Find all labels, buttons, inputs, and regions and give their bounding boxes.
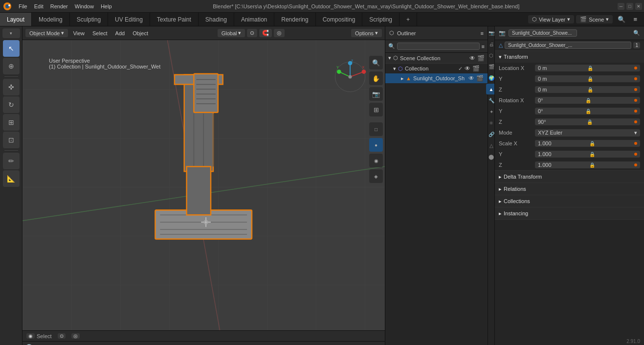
blender-logo[interactable] xyxy=(2,1,13,12)
version-badge: 2.91.0 xyxy=(626,339,640,344)
relations-section: ▸ Relations xyxy=(495,183,644,195)
pan-btn[interactable]: ✋ xyxy=(369,71,383,85)
tab-texture-paint[interactable]: Texture Paint xyxy=(150,13,199,26)
snap-btn[interactable]: 🧲 xyxy=(259,29,272,37)
delta-transform-header[interactable]: ▸ Delta Transform xyxy=(495,171,644,183)
location-y-value[interactable]: 0 m 🔒 xyxy=(535,75,640,82)
outliner-panel: ⬡ Outliner ≡ 🔍 ≡ ▾ ⬡ Scene Collection 👁 … xyxy=(385,26,488,345)
transform-header[interactable]: ▾ Transform xyxy=(495,51,644,63)
mode-label: Mode xyxy=(499,130,533,136)
mmb-key: ⊙ xyxy=(58,333,66,339)
tab-sculpting[interactable]: Sculpting xyxy=(70,13,108,26)
prop-search-icon[interactable]: 🔍 xyxy=(633,30,640,36)
scale-x-value[interactable]: 1.000 🔒 xyxy=(535,140,640,147)
scale-tool[interactable]: ⊞ xyxy=(3,114,20,131)
viewport-view-btn[interactable]: View xyxy=(70,29,88,37)
object-name-input[interactable] xyxy=(509,29,577,37)
collection-icon: ⬡ xyxy=(398,66,403,72)
window-controls: ─ □ ✕ xyxy=(618,3,642,10)
view-layer-selector[interactable]: ⬡ View Layer ▾ xyxy=(528,15,574,23)
move-tool[interactable]: ✜ xyxy=(3,79,20,95)
scale-z-value[interactable]: 1.000 🔒 xyxy=(535,161,640,168)
pivot-point[interactable]: ⊙ xyxy=(247,29,257,37)
mesh-name-input[interactable] xyxy=(505,42,631,49)
col-check[interactable]: ✓ xyxy=(458,66,463,72)
viewport-info: User Perspective (1) Collection | Sunlig… xyxy=(49,58,160,69)
menu-help[interactable]: Help xyxy=(98,2,115,10)
scale-y-value[interactable]: 1.000 🔒 xyxy=(535,151,640,158)
tab-uv-editing[interactable]: UV Editing xyxy=(108,13,150,26)
location-z-value[interactable]: 0 m 🔒 xyxy=(535,86,640,93)
transform-tool[interactable]: ⊡ xyxy=(3,132,20,148)
tab-scripting[interactable]: Scripting xyxy=(362,13,400,26)
object-mode-btn[interactable]: Object Mode ▾ xyxy=(25,29,68,37)
maximize-button[interactable]: □ xyxy=(626,3,633,10)
col-cam[interactable]: 🎬 xyxy=(472,65,480,72)
minimize-button[interactable]: ─ xyxy=(618,3,624,10)
tab-shading[interactable]: Shading xyxy=(199,13,234,26)
select-tool[interactable]: ↖ xyxy=(3,40,20,57)
relations-expand-icon: ▸ xyxy=(499,186,502,192)
scene-col-cam[interactable]: 🎬 xyxy=(477,55,485,62)
search-button[interactable]: 🔍 xyxy=(615,15,628,24)
cursor-tool[interactable]: ⊕ xyxy=(3,58,20,74)
menu-edit[interactable]: Edit xyxy=(31,2,46,10)
annotate-tool[interactable]: ✏ xyxy=(3,153,20,169)
rotation-y-value[interactable]: 0° 🔒 xyxy=(535,108,640,115)
filter-button[interactable]: ≡ xyxy=(630,15,640,24)
menu-file[interactable]: File xyxy=(16,2,30,10)
collection-row[interactable]: ▾ ⬡ Collection ✓ 👁 🎬 xyxy=(385,64,488,73)
left-toolbar: ▾ ↖ ⊕ ✜ ↻ ⊞ ⊡ ✏ 📐 xyxy=(0,26,22,345)
collection-label: Collection xyxy=(405,66,428,71)
transform-orientation[interactable]: Global ▾ xyxy=(218,29,245,37)
instancing-header[interactable]: ▸ Instancing xyxy=(495,207,644,219)
viewport-add-btn[interactable]: Add xyxy=(112,29,128,37)
location-x-value[interactable]: 0 m 🔒 xyxy=(535,65,640,71)
ortho-btn[interactable]: ⊞ xyxy=(369,103,383,116)
shading-material[interactable]: ◉ xyxy=(369,154,383,167)
scale-x-label: Scale X xyxy=(499,140,533,146)
mode-selector-btn[interactable]: ▾ xyxy=(2,28,20,38)
proportional-edit[interactable]: ◎ xyxy=(274,29,285,37)
outliner-filter-btn[interactable]: ≡ xyxy=(481,30,484,36)
scene-selector[interactable]: 🎬 Scene ▾ xyxy=(576,15,613,23)
filter-icon[interactable]: ≡ xyxy=(482,44,485,49)
viewport-3d[interactable]: User Perspective (1) Collection | Sunlig… xyxy=(22,40,385,341)
zoom-btn[interactable]: 🔍 xyxy=(369,56,383,69)
options-btn[interactable]: Options ▾ xyxy=(351,29,382,37)
rotation-z-value[interactable]: 90° 🔒 xyxy=(535,118,640,125)
menu-window[interactable]: Window xyxy=(72,2,97,10)
tab-add[interactable]: + xyxy=(400,13,417,26)
obj-eye[interactable]: 👁 xyxy=(468,75,474,82)
outliner-search-input[interactable] xyxy=(397,43,480,50)
object-row[interactable]: ▸ ▲ Sunlight_Outdoor_Sh 👁 🎬 xyxy=(385,73,488,83)
menu-render[interactable]: Render xyxy=(47,2,71,10)
collections-label: Collections xyxy=(504,198,530,204)
mode-value[interactable]: XYZ Euler ▾ xyxy=(535,129,640,137)
tab-animation[interactable]: Animation xyxy=(234,13,274,26)
measure-tool[interactable]: 📐 xyxy=(3,170,20,187)
rotate-tool[interactable]: ↻ xyxy=(3,96,20,113)
obj-cam[interactable]: 🎬 xyxy=(476,75,484,82)
viewport-select-btn[interactable]: Select xyxy=(89,29,111,37)
close-button[interactable]: ✕ xyxy=(635,3,642,10)
shading-solid[interactable]: ● xyxy=(369,138,383,152)
tab-modeling[interactable]: Modeling xyxy=(32,13,70,26)
rotation-z-row: Z 90° 🔒 xyxy=(495,116,644,127)
relations-header[interactable]: ▸ Relations xyxy=(495,183,644,195)
tab-layout[interactable]: Layout xyxy=(0,13,32,26)
viewport-object-btn[interactable]: Object xyxy=(130,29,151,37)
col-eye[interactable]: 👁 xyxy=(465,65,470,72)
scene-col-eye[interactable]: 👁 xyxy=(469,55,475,62)
relations-label: Relations xyxy=(504,186,526,192)
lmb-key: ◉ xyxy=(26,333,35,339)
tab-compositing[interactable]: Compositing xyxy=(316,13,363,26)
shading-rendered[interactable]: ◈ xyxy=(369,169,383,183)
shading-wireframe[interactable]: □ xyxy=(369,122,383,136)
collections-header[interactable]: ▸ Collections xyxy=(495,195,644,207)
rotation-x-value[interactable]: 0° 🔒 xyxy=(535,97,640,104)
camera-view-btn[interactable]: 📷 xyxy=(369,87,383,101)
navigation-widget[interactable]: X Y Z xyxy=(333,60,367,94)
tab-rendering[interactable]: Rendering xyxy=(274,13,315,26)
scene-collection-row[interactable]: ▾ ⬡ Scene Collection 👁 🎬 xyxy=(385,53,488,64)
